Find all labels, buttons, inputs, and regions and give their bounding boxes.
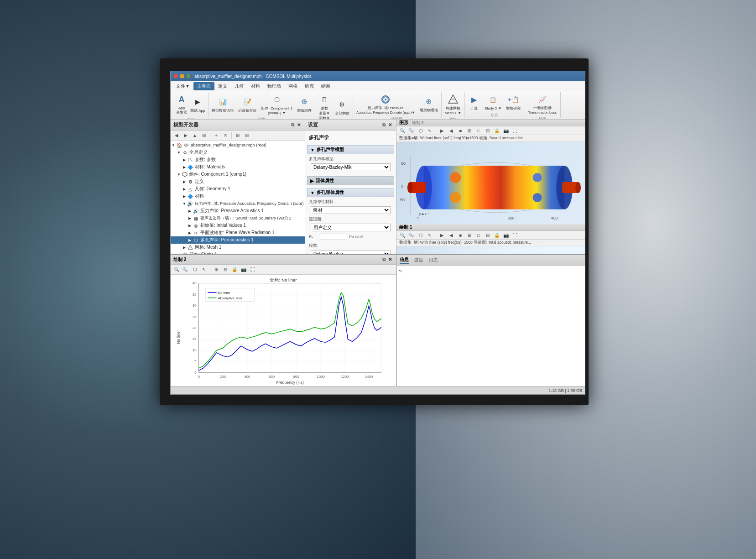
tree-item-poroacoustics[interactable]: ▶ ⬡ 多孔声学: Poroacoustics 1	[171, 236, 305, 244]
model-data-button[interactable]: 📊 模型数据访问	[210, 95, 235, 114]
tree-item-root[interactable]: ▼ 🏠 标: absorptive_muffler_designer.mph (…	[171, 141, 305, 149]
expander-mat-global[interactable]: ▶	[182, 164, 187, 170]
rf-input[interactable]	[320, 234, 347, 240]
menu-study[interactable]: 研究	[301, 82, 318, 90]
tree-item-acoustics[interactable]: ▼ 🔊 压力声学, 域: Pressure Acoustics, Frequen…	[171, 200, 305, 207]
tree-item-params[interactable]: ▶ Pₓ 参数: 参数	[171, 156, 305, 163]
expander-geom[interactable]: ▶	[182, 186, 187, 192]
tree-item-pwr[interactable]: ▶ ≋ 平面波辐射: Plane Wave Radiation 1	[171, 229, 305, 236]
tree-item-component1[interactable]: ▼ 组件: Component 1 (comp1)	[171, 171, 305, 178]
p2-camera-btn[interactable]: 📷	[240, 266, 248, 274]
tree-item-materials[interactable]: ▶ 🔷 材料	[171, 193, 305, 200]
camera-btn[interactable]: 📷	[502, 126, 510, 135]
p1-btn2[interactable]: □	[474, 231, 483, 239]
study2-button[interactable]: 📋 Study 2 ▼	[483, 94, 503, 111]
p1-btn3[interactable]: ⊟	[484, 231, 492, 239]
expander-acou[interactable]: ▼	[182, 201, 187, 206]
add-component-button[interactable]: ⊕ 增加组件	[296, 95, 313, 114]
p1-fullscreen-btn[interactable]: ⛶	[511, 231, 519, 239]
expander-poa[interactable]: ▶	[187, 237, 193, 243]
g-btn2[interactable]: □	[474, 126, 483, 135]
add-study-button[interactable]: +📋 增加研究	[505, 93, 522, 112]
p1-extents-btn[interactable]: ⬡	[417, 231, 425, 239]
menu-materials[interactable]: 材料	[247, 82, 264, 90]
maximize-btn[interactable]	[186, 74, 191, 78]
p1-stop-btn[interactable]: ■	[456, 231, 464, 239]
menu-home[interactable]: 主界面	[193, 82, 214, 90]
add-physics-button[interactable]: ⊕ 增加物理场	[418, 95, 439, 114]
tree-item-materials-global[interactable]: ▶ 🔷 材料: Materials	[171, 163, 305, 171]
g-btn1[interactable]: ⊞	[465, 126, 474, 135]
p2-btn2[interactable]: ⊟	[221, 266, 229, 274]
menu-define[interactable]: 定义	[214, 82, 231, 90]
zoom-extents-btn[interactable]: ⬡	[417, 126, 425, 135]
p1-select-btn[interactable]: ↖	[426, 231, 434, 239]
p1-zoom-btn[interactable]: 🔍	[398, 231, 407, 239]
expander-mesh[interactable]: ▶	[182, 245, 187, 250]
build-all-button[interactable]: ⚙ 全部构建	[334, 98, 351, 117]
zoom-in-btn[interactable]: 🔍	[398, 126, 407, 135]
menu-file[interactable]: 文件▼	[172, 82, 193, 90]
p1-lock-btn[interactable]: 🔒	[493, 231, 501, 239]
expander-pw[interactable]: ▶	[187, 230, 193, 235]
tree-item-definitions[interactable]: ▶ ⚙ 定义	[171, 178, 305, 185]
test-app-button[interactable]: ▶ 测试 App	[189, 95, 206, 114]
model-dropdown[interactable]: Delany-Bazley	[311, 250, 391, 254]
menu-mesh[interactable]: 网格	[285, 82, 301, 90]
settings-undock-btn[interactable]: ⧉	[381, 122, 387, 128]
tab-info[interactable]: 信息	[400, 256, 409, 264]
expander-comp1[interactable]: ▼	[176, 172, 182, 177]
tree-item-shb[interactable]: ▶ ▦ 硬声边边界（墙）: Sound Hard Boundary (Wall)…	[171, 214, 305, 222]
porous-elastic-header[interactable]: ▼ 多孔弹体属性	[307, 188, 394, 197]
add-node-btn[interactable]: +	[212, 131, 220, 140]
fwd-btn[interactable]: ▶	[182, 131, 190, 140]
stop-btn[interactable]: ■	[456, 126, 464, 135]
g-btn3[interactable]: ⊟	[484, 126, 492, 135]
menu-results[interactable]: 结果	[318, 82, 334, 90]
p2-grid-btn[interactable]: ⊞	[212, 266, 220, 274]
p2-lock-btn[interactable]: 🔒	[230, 266, 239, 274]
p1-play-btn[interactable]: ▶	[438, 231, 446, 239]
tree-item-global-defs[interactable]: ▼ ⚙ 全局定义	[171, 149, 305, 156]
tab-log[interactable]: 日志	[429, 257, 438, 263]
fullscreen-btn[interactable]: ⛶	[511, 126, 519, 135]
fluid-props-header[interactable]: ▶ 流体属性	[307, 176, 394, 185]
build-mesh-button[interactable]: 构建网格Mesh 1 ▼	[443, 93, 463, 116]
rewind-btn[interactable]: ◀	[447, 126, 455, 135]
porous-model-header[interactable]: ▼ 多孔声学模型	[307, 145, 394, 154]
app-developer-button[interactable]: A App开发器	[174, 93, 189, 116]
record-method-button[interactable]: 📝 记录新方法	[237, 95, 258, 114]
plot3-tab[interactable]: 绘制 3	[412, 120, 424, 126]
p1-zoom-out-btn[interactable]: 🔍-	[407, 231, 416, 239]
p2-fullscreen-btn[interactable]: ⛶	[249, 266, 257, 274]
porous-model-dropdown[interactable]: Delany-Bazley-Miki	[311, 163, 391, 171]
expander-pa1[interactable]: ▶	[187, 208, 193, 214]
expander-global[interactable]: ▼	[176, 150, 182, 155]
p2-zoom-btn[interactable]: 🔍	[172, 266, 181, 274]
parameters-button[interactable]: Π 参数变量▼函数▼	[317, 93, 332, 120]
flow-resistance-dropdown[interactable]: 用户定义	[311, 224, 391, 231]
undock-button[interactable]: ⧉	[289, 122, 296, 128]
tab-progress[interactable]: 进度	[414, 257, 423, 263]
plot2-undock-btn[interactable]: ⧉	[381, 256, 387, 263]
p1-rewind-btn[interactable]: ◀	[447, 231, 455, 239]
play-btn[interactable]: ▶	[438, 126, 446, 135]
menu-geometry[interactable]: 几何	[231, 82, 247, 90]
settings-close-btn[interactable]: ✕	[387, 122, 393, 128]
expander-params[interactable]: ▶	[182, 157, 187, 162]
tree-item-pa1[interactable]: ▶ 🔊 压力声学: Pressure Acoustics 1	[171, 207, 305, 214]
lock-btn[interactable]: 🔒	[493, 126, 501, 135]
back-btn[interactable]: ◀	[172, 131, 181, 140]
expander-root[interactable]: ▼	[171, 142, 176, 148]
expander-shb[interactable]: ▶	[187, 215, 193, 221]
collapse-all-btn[interactable]: ⊟	[243, 131, 251, 140]
menu-physics[interactable]: 物理场	[264, 82, 285, 90]
tree-item-geometry[interactable]: ▶ △ 几何: Geometry 1	[171, 185, 305, 193]
up-btn[interactable]: ▲	[191, 131, 199, 140]
plot2-close-btn[interactable]: ✕	[387, 256, 393, 263]
p1-camera-btn[interactable]: 📷	[502, 231, 510, 239]
minimize-btn[interactable]	[180, 74, 184, 78]
pressure-acoustics-button[interactable]: 压力声学, 域: PressureAcoustics, Frequency Do…	[355, 93, 417, 115]
split-btn[interactable]: ⊞	[200, 131, 208, 140]
tree-item-mesh[interactable]: ▶ 网格: Mesh 1	[171, 244, 305, 251]
